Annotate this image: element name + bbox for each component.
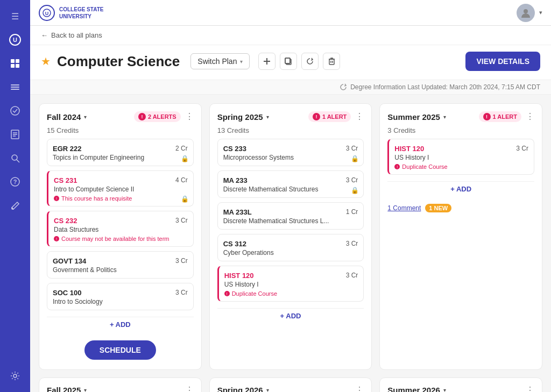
svg-rect-6 [11,84,19,85]
plan-title: Computer Science [57,53,180,70]
dashboard-icon[interactable] [5,54,25,73]
semester-fall-2025: Fall 2025 ▾ ⋮ 15 Credits CS 411 4 Cr [39,377,202,392]
comment-link[interactable]: 1 Comment [387,204,421,212]
semester-header-right: ⋮ [526,386,534,393]
semester-name: Summer 2025 [387,112,440,122]
add-action-button[interactable] [258,53,276,70]
course-card-hist120-summer: HIST 120 3 Cr US History I ! Duplicate C… [387,139,534,175]
lock-icon: 🔒 [351,155,359,162]
svg-rect-27 [285,58,290,63]
arrow-left-icon: ← [41,31,48,39]
star-icon[interactable]: ★ [41,55,51,68]
credits-label: 3 Credits [387,126,534,134]
course-credits: 3 Cr [346,272,358,279]
add-course-button[interactable]: + ADD [387,181,534,196]
alert-dot-icon: ! [313,113,320,120]
warning-text: Duplicate Course [232,290,277,297]
circle-check-icon[interactable] [5,101,25,120]
course-card-hist120-spring: HIST 120 3 Cr US History I ! Duplicate C… [217,266,364,302]
svg-point-14 [12,155,17,160]
course-credits: 3 Cr [516,145,528,152]
course-card-soc100: SOC 100 3 Cr Intro to Sociology [47,283,194,310]
course-credits: 2 Cr [175,145,188,152]
semester-title-area: Spring 2026 ▾ [217,386,269,392]
more-options-button[interactable]: ⋮ [185,112,194,121]
more-options-button[interactable]: ⋮ [355,386,364,393]
svg-rect-8 [11,89,19,90]
refresh-action-button[interactable] [301,53,319,70]
semester-chevron[interactable]: ▾ [266,387,269,392]
course-card-egr222: EGR 222 2 Cr Topics in Computer Engineer… [47,139,194,166]
semester-fall-2024: Fall 2024 ▾ ! 2 ALERTS ⋮ 15 Credits [39,103,202,370]
sidebar: ☰ U ? [0,0,30,392]
switch-plan-button[interactable]: Switch Plan ▾ [190,53,250,69]
course-card-cs231: CS 231 4 Cr Intro to Computer Science II… [47,170,194,206]
more-options-button[interactable]: ⋮ [526,386,534,393]
semester-chevron[interactable]: ▾ [84,114,87,120]
copy-action-button[interactable] [280,53,297,70]
semester-chevron[interactable]: ▾ [443,387,446,392]
more-options-button[interactable]: ⋮ [526,112,534,121]
question-icon[interactable]: ? [5,172,25,191]
lock-icon: 🔒 [181,195,189,203]
alert-badge: ! 2 ALERTS [134,111,181,122]
warning-text: This course has a requisite [61,195,132,202]
user-menu-chevron[interactable]: ▾ [539,9,542,16]
avatar[interactable] [517,4,535,22]
course-name: Cyber Operations [223,249,358,256]
course-card-ma233: MA 233 3 Cr Discrete Mathematical Struct… [217,170,364,198]
logo-icon: U [8,32,23,47]
svg-point-20 [13,374,17,377]
topnav: U COLLEGE STATE UNIVERSITY ▾ [30,0,551,26]
course-code: SOC 100 [53,289,81,297]
edit-icon[interactable] [5,196,25,215]
svg-point-9 [11,106,19,115]
view-details-button[interactable]: VIEW DETAILS [465,52,540,71]
course-name: Microprocessor Systems [223,154,358,161]
university-logo: U [39,5,55,21]
course-name: Topics in Computer Engineering [53,154,188,161]
semester-spring-2025-header: Spring 2025 ▾ ! 1 ALERT ⋮ [217,111,364,122]
back-link[interactable]: ← Back to all plans [41,31,540,39]
svg-line-15 [17,160,19,162]
warning-text: Course may not be available for this ter… [61,236,169,242]
course-card-cs233: CS 233 3 Cr Microprocessor Systems 🔒 [217,139,364,166]
semester-chevron[interactable]: ▾ [443,114,446,120]
course-name: US History I [394,154,528,161]
more-options-button[interactable]: ⋮ [355,112,364,121]
bars-icon[interactable] [5,77,25,97]
degree-info-bar: Degree Information Last Updated: March 2… [30,80,551,95]
semester-row-2: Fall 2025 ▾ ⋮ 15 Credits CS 411 4 Cr [39,377,542,392]
menu-icon[interactable]: ☰ [5,6,25,26]
semester-fall-2025-header: Fall 2025 ▾ ⋮ [47,386,194,392]
warning-icon: ! [224,291,230,296]
course-code: MA 233L [223,208,252,216]
svg-rect-5 [16,64,19,68]
course-card-cs312: CS 312 3 Cr Cyber Operations [217,234,364,261]
more-options-button[interactable]: ⋮ [185,386,194,393]
semester-fall-2024-header: Fall 2024 ▾ ! 2 ALERTS ⋮ [47,111,194,122]
delete-action-button[interactable] [323,53,340,70]
search-icon[interactable] [5,148,25,168]
lock-icon: 🔒 [351,187,359,194]
semester-chevron[interactable]: ▾ [266,114,269,120]
semester-chevron[interactable]: ▾ [84,387,87,392]
semester-name: Fall 2025 [47,386,81,392]
add-course-button[interactable]: + ADD [217,308,364,323]
course-credits: 3 Cr [346,145,358,152]
back-link-text: Back to all plans [51,31,102,39]
semester-header-right: ! 2 ALERTS ⋮ [134,111,194,122]
alert-dot-icon: ! [483,113,491,120]
course-code: HIST 120 [224,272,254,280]
settings-icon[interactable] [5,366,25,386]
alert-dot-icon: ! [138,113,146,120]
alert-label: 2 ALERTS [148,113,176,120]
course-credits: 3 Cr [175,257,188,265]
svg-rect-7 [11,87,19,88]
schedule-button[interactable]: SCHEDULE [84,340,156,360]
course-name: Discrete Mathematical Structures [223,186,358,193]
svg-rect-3 [16,59,19,63]
add-course-button[interactable]: + ADD [47,317,194,332]
semester-summer-2026-header: Summer 2026 ▾ ⋮ [387,386,534,392]
book-icon[interactable] [5,125,25,144]
